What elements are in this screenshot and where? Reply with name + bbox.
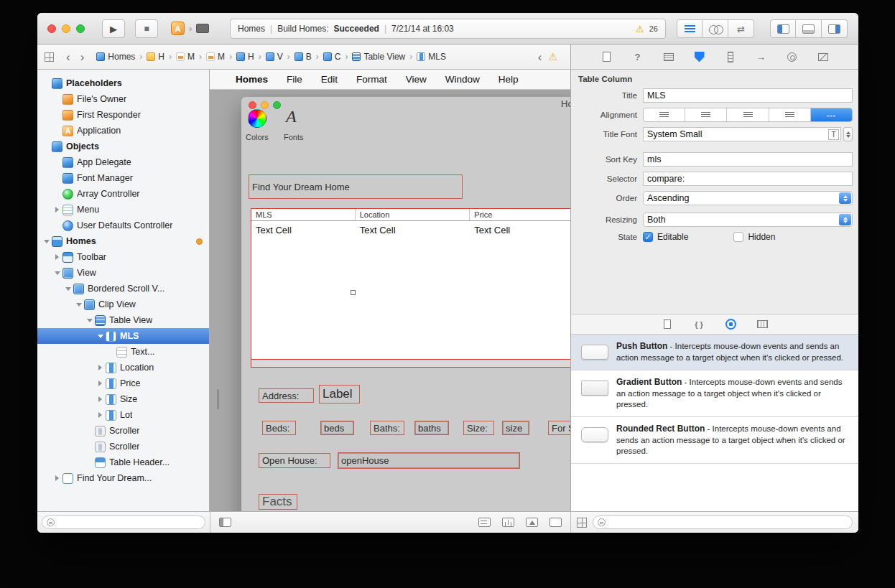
sidebar-item-file-s-owner[interactable]: File's Owner: [37, 91, 209, 107]
mock-table-view[interactable]: MLSLocationPrice Text CellText CellText …: [251, 208, 570, 368]
disclosure-triangle[interactable]: [52, 207, 62, 213]
disclosure-triangle[interactable]: [52, 271, 62, 275]
mock-menu-item-window[interactable]: Window: [445, 74, 480, 85]
jumpbar-warning-icon[interactable]: ⚠: [548, 51, 557, 62]
breadcrumb-item-v[interactable]: V: [264, 52, 284, 62]
sidebar-item-scroller[interactable]: Scroller: [37, 423, 209, 439]
disclosure-triangle[interactable]: [96, 335, 105, 338]
sidebar-item-array-controller[interactable]: Array Controller: [37, 186, 209, 202]
tab-identity-inspector[interactable]: [661, 48, 677, 65]
mock-for-sale-label[interactable]: For Sale:: [548, 421, 570, 435]
title-font-field[interactable]: System Small T: [643, 127, 841, 141]
mock-open-house-field[interactable]: openHouse: [338, 452, 520, 469]
font-panel-button[interactable]: T: [828, 129, 839, 140]
previous-issue-button[interactable]: ‹: [533, 51, 547, 63]
sidebar-item-find-your-dream[interactable]: Find Your Dream...: [37, 470, 209, 486]
standard-editor-button[interactable]: [677, 19, 702, 38]
assistant-editor-button[interactable]: [702, 19, 728, 38]
tab-connections-inspector[interactable]: →: [753, 48, 769, 65]
mock-size-field[interactable]: size: [502, 421, 529, 435]
library-item-push-button[interactable]: Push Button - Intercepts mouse-down even…: [571, 335, 858, 370]
color-wheel-icon[interactable]: [248, 109, 266, 128]
library-filter-input[interactable]: [608, 518, 848, 527]
sidebar-item-font-manager[interactable]: Font Manager: [37, 170, 209, 186]
sidebar-item-view[interactable]: View: [37, 265, 209, 281]
sidebar-item-table-header[interactable]: Table Header...: [37, 454, 209, 470]
disclosure-triangle[interactable]: [96, 381, 105, 386]
version-editor-button[interactable]: ⇄: [728, 19, 754, 38]
toggle-debug-area-button[interactable]: [796, 19, 822, 38]
canvas-scroll-indicator[interactable]: [217, 389, 219, 409]
disclosure-triangle[interactable]: [52, 475, 62, 481]
forward-button[interactable]: ›: [75, 51, 90, 63]
breadcrumb-item-mls[interactable]: MLS: [415, 52, 448, 62]
disclosure-triangle[interactable]: [96, 412, 105, 418]
selection-handle[interactable]: [351, 290, 356, 295]
order-popup[interactable]: Ascending: [643, 191, 853, 205]
breadcrumb-item-m[interactable]: M: [205, 52, 226, 62]
warning-icon[interactable]: ⚠: [636, 24, 644, 34]
run-button[interactable]: ▶: [102, 19, 125, 38]
mock-menu-item-view[interactable]: View: [406, 74, 427, 85]
outline-filter-input[interactable]: [57, 518, 200, 527]
mock-menu-item-homes[interactable]: Homes: [236, 74, 268, 85]
sort-key-field[interactable]: mls: [643, 152, 853, 167]
sidebar-item-size[interactable]: Size: [37, 391, 209, 407]
mock-menu-item-edit[interactable]: Edit: [321, 74, 338, 85]
tab-file-template-library[interactable]: [659, 317, 675, 332]
breadcrumb-item-homes[interactable]: Homes: [95, 52, 136, 62]
back-button[interactable]: ‹: [61, 51, 75, 63]
sidebar-item-scroller[interactable]: Scroller: [37, 439, 209, 454]
mock-address-value-label[interactable]: Label: [319, 385, 360, 403]
minimize-window-button[interactable]: [62, 24, 70, 33]
hidden-checkbox[interactable]: [733, 232, 743, 242]
alignment-segment-align-justify[interactable]: [727, 108, 769, 121]
alignment-segment-align-left[interactable]: [644, 108, 685, 121]
mock-menu-item-file[interactable]: File: [287, 74, 302, 85]
sidebar-item-toolbar[interactable]: Toolbar: [37, 249, 209, 265]
pin-button[interactable]: [502, 518, 514, 527]
sidebar-item-user-defaults-controller[interactable]: User Defaults Controller: [37, 218, 209, 233]
library-view-mode-icon[interactable]: [577, 518, 587, 528]
sidebar-item-clip-view[interactable]: Clip View: [37, 297, 209, 312]
disclosure-triangle[interactable]: [96, 365, 105, 370]
mock-column-header-price[interactable]: Price: [470, 209, 570, 220]
library-item-rounded-rect-button[interactable]: Rounded Rect Button - Intercepts mouse-d…: [571, 417, 858, 464]
tab-media-library[interactable]: [754, 317, 770, 332]
resizing-behavior-button[interactable]: [549, 518, 562, 527]
tab-size-inspector[interactable]: [723, 48, 738, 65]
sidebar-item-homes[interactable]: Homes: [37, 233, 209, 249]
sidebar-item-placeholders[interactable]: Placeholders: [37, 75, 209, 91]
toggle-utilities-button[interactable]: [822, 19, 848, 38]
mock-menu-item-format[interactable]: Format: [356, 74, 387, 85]
document-outline-toggle-icon[interactable]: [219, 518, 231, 527]
sidebar-item-table-view[interactable]: Table View: [37, 312, 209, 328]
disclosure-triangle[interactable]: [42, 240, 51, 243]
mock-beds-field[interactable]: beds: [320, 421, 354, 435]
breadcrumb-item-table-view[interactable]: Table View: [351, 52, 407, 62]
sidebar-item-text[interactable]: Text...: [37, 344, 209, 360]
tab-code-snippet-library[interactable]: { }: [691, 317, 707, 332]
sidebar-item-mls[interactable]: MLS: [37, 328, 209, 344]
disclosure-triangle[interactable]: [74, 303, 83, 307]
tab-bindings-inspector[interactable]: [784, 48, 800, 65]
mock-baths-field[interactable]: baths: [414, 421, 449, 435]
resizing-popup[interactable]: Both: [643, 213, 853, 227]
sidebar-item-menu[interactable]: Menu: [37, 202, 209, 218]
font-size-stepper[interactable]: [843, 127, 853, 141]
warning-count[interactable]: 26: [649, 24, 658, 33]
mock-heading-label[interactable]: Find Your Dream Home: [249, 174, 463, 199]
related-items-icon[interactable]: [45, 52, 54, 62]
disclosure-triangle[interactable]: [52, 254, 62, 260]
breadcrumb-item-c[interactable]: C: [322, 52, 343, 62]
tab-object-library[interactable]: [723, 317, 738, 332]
breadcrumb-item-h[interactable]: H: [235, 52, 256, 62]
fonts-icon[interactable]: A: [286, 107, 297, 126]
disclosure-triangle[interactable]: [85, 319, 94, 322]
editable-checkbox[interactable]: ✓: [643, 232, 653, 242]
sidebar-item-price[interactable]: Price: [37, 375, 209, 391]
alignment-segment-align-natural[interactable]: ---: [811, 108, 852, 121]
toggle-navigator-button[interactable]: [770, 19, 796, 38]
tab-quick-help-inspector[interactable]: ?: [630, 48, 646, 65]
disclosure-triangle[interactable]: [96, 396, 105, 402]
